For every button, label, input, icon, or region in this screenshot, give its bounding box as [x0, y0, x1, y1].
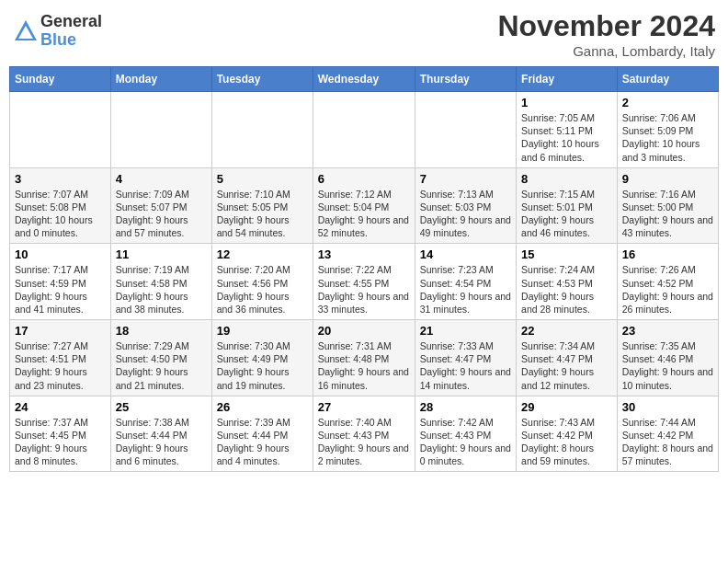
calendar-table: SundayMondayTuesdayWednesdayThursdayFrid…: [9, 66, 719, 472]
logo-text: General Blue: [40, 13, 102, 50]
day-info: Sunrise: 7:34 AM Sunset: 4:47 PM Dayligh…: [521, 339, 612, 392]
day-number: 5: [217, 172, 308, 186]
day-info: Sunrise: 7:37 AM Sunset: 4:45 PM Dayligh…: [15, 416, 106, 468]
calendar-week-row: 10Sunrise: 7:17 AM Sunset: 4:59 PM Dayli…: [10, 244, 719, 320]
logo-general-text: General: [40, 13, 102, 31]
day-info: Sunrise: 7:26 AM Sunset: 4:52 PM Dayligh…: [622, 263, 713, 316]
day-info: Sunrise: 7:06 AM Sunset: 5:09 PM Dayligh…: [622, 111, 713, 164]
calendar-cell: 26Sunrise: 7:39 AM Sunset: 4:44 PM Dayli…: [211, 396, 313, 472]
calendar-cell: 25Sunrise: 7:38 AM Sunset: 4:44 PM Dayli…: [110, 396, 211, 472]
calendar-cell: 30Sunrise: 7:44 AM Sunset: 4:42 PM Dayli…: [617, 396, 718, 472]
month-title: November 2024: [497, 9, 715, 43]
calendar-cell: [313, 92, 415, 168]
day-info: Sunrise: 7:40 AM Sunset: 4:43 PM Dayligh…: [318, 416, 410, 468]
calendar-cell: 2Sunrise: 7:06 AM Sunset: 5:09 PM Daylig…: [617, 92, 718, 168]
day-number: 15: [521, 247, 612, 261]
calendar-cell: 13Sunrise: 7:22 AM Sunset: 4:55 PM Dayli…: [313, 244, 415, 320]
calendar-cell: [211, 92, 313, 168]
calendar-cell: 18Sunrise: 7:29 AM Sunset: 4:50 PM Dayli…: [110, 320, 211, 396]
calendar-cell: [110, 92, 211, 168]
calendar-cell: 21Sunrise: 7:33 AM Sunset: 4:47 PM Dayli…: [415, 320, 516, 396]
calendar-cell: 22Sunrise: 7:34 AM Sunset: 4:47 PM Dayli…: [517, 320, 618, 396]
day-info: Sunrise: 7:38 AM Sunset: 4:44 PM Dayligh…: [116, 416, 207, 468]
calendar-cell: 27Sunrise: 7:40 AM Sunset: 4:43 PM Dayli…: [313, 396, 415, 472]
day-number: 7: [420, 172, 511, 186]
calendar-cell: 29Sunrise: 7:43 AM Sunset: 4:42 PM Dayli…: [517, 396, 618, 472]
day-number: 17: [15, 324, 106, 338]
day-number: 6: [318, 172, 410, 186]
day-info: Sunrise: 7:33 AM Sunset: 4:47 PM Dayligh…: [420, 339, 511, 392]
day-info: Sunrise: 7:20 AM Sunset: 4:56 PM Dayligh…: [217, 263, 308, 316]
day-info: Sunrise: 7:24 AM Sunset: 4:53 PM Dayligh…: [521, 263, 612, 316]
calendar-cell: 10Sunrise: 7:17 AM Sunset: 4:59 PM Dayli…: [10, 244, 111, 320]
calendar-cell: 8Sunrise: 7:15 AM Sunset: 5:01 PM Daylig…: [517, 167, 618, 244]
day-number: 2: [622, 96, 713, 109]
weekday-header: Wednesday: [313, 67, 415, 92]
calendar-cell: 23Sunrise: 7:35 AM Sunset: 4:46 PM Dayli…: [617, 320, 718, 396]
calendar-cell: 24Sunrise: 7:37 AM Sunset: 4:45 PM Dayli…: [10, 396, 111, 472]
page-header: General Blue November 2024 Ganna, Lombar…: [9, 9, 719, 59]
calendar-cell: 11Sunrise: 7:19 AM Sunset: 4:58 PM Dayli…: [110, 244, 211, 320]
day-number: 14: [420, 247, 511, 261]
day-number: 18: [116, 324, 207, 338]
day-number: 28: [420, 400, 511, 414]
day-info: Sunrise: 7:23 AM Sunset: 4:54 PM Dayligh…: [420, 263, 511, 316]
calendar-cell: 20Sunrise: 7:31 AM Sunset: 4:48 PM Dayli…: [313, 320, 415, 396]
calendar-cell: 14Sunrise: 7:23 AM Sunset: 4:54 PM Dayli…: [415, 244, 516, 320]
day-number: 23: [622, 324, 713, 338]
day-number: 21: [420, 324, 511, 338]
weekday-header: Saturday: [617, 67, 718, 92]
calendar-week-row: 17Sunrise: 7:27 AM Sunset: 4:51 PM Dayli…: [10, 320, 719, 396]
day-number: 12: [217, 247, 308, 261]
day-number: 8: [521, 172, 612, 186]
day-info: Sunrise: 7:19 AM Sunset: 4:58 PM Dayligh…: [116, 263, 207, 316]
calendar-cell: [10, 92, 111, 168]
day-info: Sunrise: 7:31 AM Sunset: 4:48 PM Dayligh…: [318, 339, 410, 392]
day-info: Sunrise: 7:29 AM Sunset: 4:50 PM Dayligh…: [116, 339, 207, 392]
calendar-cell: 3Sunrise: 7:07 AM Sunset: 5:08 PM Daylig…: [10, 167, 111, 244]
calendar-cell: 19Sunrise: 7:30 AM Sunset: 4:49 PM Dayli…: [211, 320, 313, 396]
day-number: 10: [15, 247, 106, 261]
day-info: Sunrise: 7:44 AM Sunset: 4:42 PM Dayligh…: [622, 416, 713, 468]
day-info: Sunrise: 7:09 AM Sunset: 5:07 PM Dayligh…: [116, 188, 207, 240]
day-info: Sunrise: 7:22 AM Sunset: 4:55 PM Dayligh…: [318, 263, 410, 316]
weekday-header: Sunday: [10, 67, 111, 92]
day-number: 19: [217, 324, 308, 338]
calendar-cell: 6Sunrise: 7:12 AM Sunset: 5:04 PM Daylig…: [313, 167, 415, 244]
logo: General Blue: [13, 13, 102, 50]
day-number: 25: [116, 400, 207, 414]
day-number: 27: [318, 400, 410, 414]
weekday-header-row: SundayMondayTuesdayWednesdayThursdayFrid…: [10, 67, 719, 92]
day-number: 20: [318, 324, 410, 338]
day-info: Sunrise: 7:05 AM Sunset: 5:11 PM Dayligh…: [521, 111, 612, 164]
location-text: Ganna, Lombardy, Italy: [497, 43, 715, 59]
day-info: Sunrise: 7:15 AM Sunset: 5:01 PM Dayligh…: [521, 188, 612, 240]
calendar-cell: [415, 92, 516, 168]
day-number: 16: [622, 247, 713, 261]
day-info: Sunrise: 7:12 AM Sunset: 5:04 PM Dayligh…: [318, 188, 410, 240]
calendar-cell: 15Sunrise: 7:24 AM Sunset: 4:53 PM Dayli…: [517, 244, 618, 320]
calendar-cell: 12Sunrise: 7:20 AM Sunset: 4:56 PM Dayli…: [211, 244, 313, 320]
calendar-cell: 7Sunrise: 7:13 AM Sunset: 5:03 PM Daylig…: [415, 167, 516, 244]
day-info: Sunrise: 7:42 AM Sunset: 4:43 PM Dayligh…: [420, 416, 511, 468]
title-block: November 2024 Ganna, Lombardy, Italy: [497, 9, 715, 59]
day-number: 24: [15, 400, 106, 414]
day-number: 13: [318, 247, 410, 261]
day-number: 4: [116, 172, 207, 186]
calendar-cell: 9Sunrise: 7:16 AM Sunset: 5:00 PM Daylig…: [617, 167, 718, 244]
day-number: 26: [217, 400, 308, 414]
day-info: Sunrise: 7:39 AM Sunset: 4:44 PM Dayligh…: [217, 416, 308, 468]
logo-blue-text: Blue: [40, 31, 102, 50]
day-info: Sunrise: 7:35 AM Sunset: 4:46 PM Dayligh…: [622, 339, 713, 392]
day-info: Sunrise: 7:27 AM Sunset: 4:51 PM Dayligh…: [15, 339, 106, 392]
day-number: 22: [521, 324, 612, 338]
logo-icon: [13, 18, 39, 44]
calendar-cell: 1Sunrise: 7:05 AM Sunset: 5:11 PM Daylig…: [517, 92, 618, 168]
weekday-header: Friday: [517, 67, 618, 92]
day-info: Sunrise: 7:13 AM Sunset: 5:03 PM Dayligh…: [420, 188, 511, 240]
calendar-cell: 5Sunrise: 7:10 AM Sunset: 5:05 PM Daylig…: [211, 167, 313, 244]
day-info: Sunrise: 7:10 AM Sunset: 5:05 PM Dayligh…: [217, 188, 308, 240]
day-info: Sunrise: 7:17 AM Sunset: 4:59 PM Dayligh…: [15, 263, 106, 316]
day-number: 29: [521, 400, 612, 414]
day-number: 9: [622, 172, 713, 186]
